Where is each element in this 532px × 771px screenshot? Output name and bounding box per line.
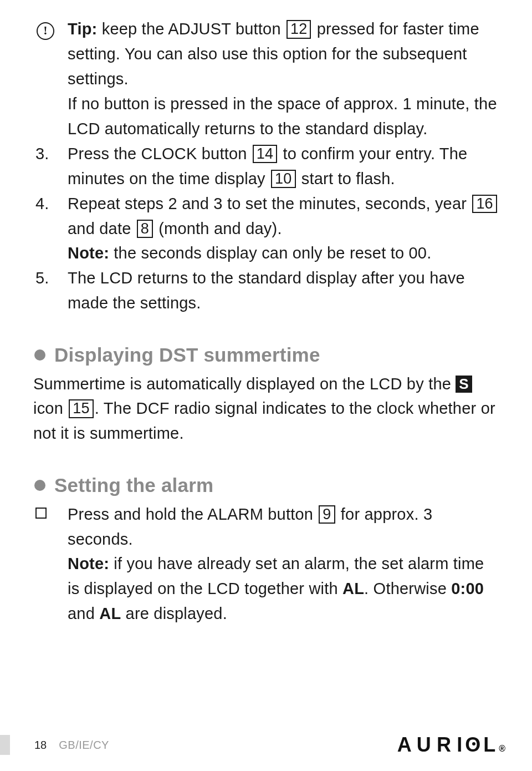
manual-page: ! Tip: keep the ADJUST button 12 pressed… [0,0,532,771]
dst-a: Summertime is automatically displayed on… [33,375,456,393]
step-4-note: Note: the seconds display can only be re… [68,241,499,266]
footer: 18 GB/IE/CY A U R IOL® [0,733,532,757]
alarm-note-c: and [68,605,99,622]
step-4-num: 4. [33,191,68,216]
ref-10: 10 [271,170,295,189]
content-area: ! Tip: keep the ADJUST button 12 pressed… [33,17,499,626]
step-4a: Repeat steps 2 and 3 to set the minutes,… [68,195,471,212]
checkbox-icon [35,508,47,519]
step-3: 3. Press the CLOCK button 14 to confirm … [33,141,499,191]
step-5-body: The LCD returns to the standard display … [68,266,499,316]
footer-bar [0,735,10,755]
step-4-body: Repeat steps 2 and 3 to set the minutes,… [68,191,499,266]
alarm-a: Press and hold the ALARM button [68,505,318,523]
ref-12: 12 [287,20,311,39]
step-3a: Press the CLOCK button [68,145,252,163]
note-label: Note: [68,244,109,262]
brand-logo: A U R IOL® [397,733,505,757]
alarm-section: Setting the alarm Press and hold the ALA… [33,470,499,626]
tip-label: Tip: [68,20,97,38]
ref-14: 14 [253,145,277,164]
al-1: AL [342,580,364,597]
page-number: 18 [34,739,47,752]
alarm-heading: Setting the alarm [54,470,213,500]
registered-icon: ® [499,744,505,754]
note-label: Note: [68,555,109,572]
time-0: 0:00 [451,580,484,597]
ref-15: 15 [69,399,93,418]
step-5: 5. The LCD returns to the standard displ… [33,266,499,316]
step-4b: and date [68,220,136,237]
alarm-note-b: . Otherwise [364,580,451,597]
tip-body: Tip: keep the ADJUST button 12 pressed f… [68,17,499,141]
dst-heading: Displaying DST summertime [54,340,320,370]
step-3-num: 3. [33,141,68,166]
bullet-icon [34,480,45,491]
tip-text-1a: keep the ADJUST button [97,20,285,38]
step-4c: (month and day). [154,220,282,237]
locale-code: GB/IE/CY [59,739,109,752]
dst-para: Summertime is automatically displayed on… [33,372,499,447]
ref-9: 9 [319,505,335,524]
step-4-note-text: the seconds display can only be reset to… [109,244,431,262]
tip-block: ! Tip: keep the ADJUST button 12 pressed… [33,17,499,141]
checkbox-marker [33,502,68,519]
al-2: AL [99,605,121,622]
alarm-step: Press and hold the ALARM button 9 for ap… [33,502,499,627]
ref-16: 16 [472,195,497,214]
dst-c: . The DCF radio signal indicates to the … [33,399,495,442]
dst-b: icon [33,399,68,417]
alarm-heading-row: Setting the alarm [33,470,499,500]
tip-text-2: If no button is pressed in the space of … [68,92,499,141]
alarm-note: Note: if you have already set an alarm, … [68,551,499,626]
dst-section: Displaying DST summertime Summertime is … [33,340,499,446]
alarm-body: Press and hold the ALARM button 9 for ap… [68,502,499,627]
step-3-body: Press the CLOCK button 14 to confirm you… [68,141,499,191]
step-5-num: 5. [33,266,68,291]
dst-heading-row: Displaying DST summertime [33,340,499,370]
tip-marker: ! [33,17,68,42]
warning-icon: ! [37,22,54,40]
s-icon: S [456,376,472,393]
step-3c: start to flash. [297,170,395,187]
bullet-icon [34,349,45,361]
ref-8: 8 [137,220,153,239]
step-4: 4. Repeat steps 2 and 3 to set the minut… [33,191,499,266]
alarm-note-d: are displayed. [121,605,227,622]
